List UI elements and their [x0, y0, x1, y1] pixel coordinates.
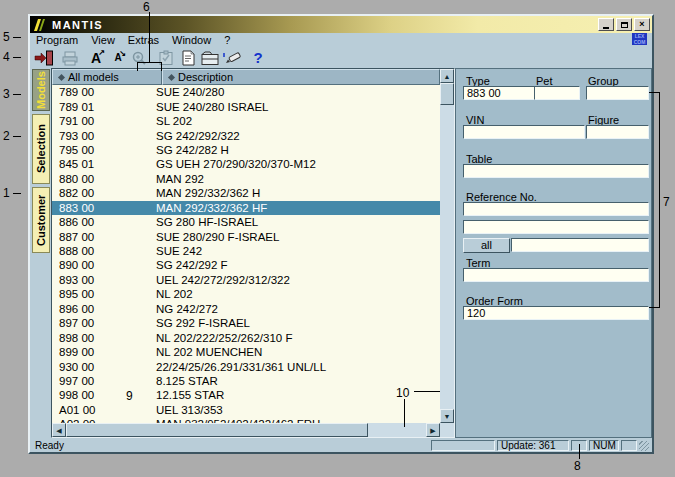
maximize-button[interactable]: [616, 18, 632, 31]
vertical-scrollbar[interactable]: ▲ ▼: [440, 69, 454, 423]
table-row[interactable]: 880 00MAN 292: [52, 172, 440, 186]
all-field[interactable]: [511, 238, 649, 252]
table-row[interactable]: A01 00UEL 313/353: [52, 403, 440, 417]
reference-no-field-2[interactable]: [463, 220, 649, 234]
table-field[interactable]: [463, 164, 649, 178]
model-cell: 930 00: [52, 361, 156, 373]
table-row[interactable]: 883 00MAN 292/332/362 HF: [52, 201, 440, 215]
horizontal-scroll-track[interactable]: [368, 423, 426, 437]
horizontal-scroll-thumb[interactable]: [66, 423, 368, 437]
menu-item-help[interactable]: ?: [224, 34, 230, 46]
minimize-button[interactable]: [598, 18, 614, 31]
scrollbar-corner: [440, 423, 454, 437]
callout-line: [137, 62, 138, 71]
model-cell: 997 00: [52, 375, 156, 387]
column-header-description[interactable]: Description: [162, 69, 440, 85]
description-cell: SG 292 F-ISRAEL: [156, 317, 440, 329]
vin-field[interactable]: [463, 125, 585, 139]
description-cell: SUE 240/280 ISRAEL: [156, 101, 440, 113]
menu-bar: ProgramViewExtrasWindow? LEX COM: [30, 33, 652, 47]
tab-customer[interactable]: Customer: [32, 187, 50, 253]
menu-item-program[interactable]: Program: [36, 34, 78, 46]
table-row[interactable]: 886 00SG 280 HF-ISRAEL: [52, 215, 440, 229]
menu-item-view[interactable]: View: [91, 34, 115, 46]
description-cell: SG 242/282 H: [156, 144, 440, 156]
model-cell: 897 00: [52, 317, 156, 329]
group-field[interactable]: [586, 86, 649, 100]
all-button[interactable]: all: [463, 238, 510, 253]
table-row[interactable]: 888 00SUE 242: [52, 244, 440, 258]
print-button[interactable]: [59, 48, 81, 67]
pen-button[interactable]: [221, 48, 243, 67]
table-row[interactable]: 998 0012.155 STAR: [52, 388, 440, 402]
horizontal-scrollbar[interactable]: ◀ ▶: [52, 423, 440, 437]
model-cell: A01 00: [52, 404, 156, 416]
callout-3: 3: [3, 87, 10, 101]
description-cell: GS UEH 270/290/320/370-M12: [156, 158, 440, 170]
type-field[interactable]: [463, 86, 535, 100]
close-button[interactable]: ×: [634, 18, 650, 31]
table-row[interactable]: 882 00MAN 292/332/362 H: [52, 186, 440, 200]
main-content: Models Selection Customer All models Des…: [30, 68, 652, 438]
figure-field[interactable]: [586, 125, 649, 139]
description-cell: SG 280 HF-ISRAEL: [156, 216, 440, 228]
table-row[interactable]: 997 008.125 STAR: [52, 374, 440, 388]
table-row[interactable]: 789 01SUE 240/280 ISRAEL: [52, 99, 440, 113]
table-row[interactable]: 845 01GS UEH 270/290/320/370-M12: [52, 157, 440, 171]
model-cell: 899 00: [52, 346, 156, 358]
arrow-up-right-icon: ↗: [98, 49, 105, 57]
vertical-scroll-thumb[interactable]: [440, 83, 454, 105]
table-row[interactable]: 887 00SUE 280/290 F-ISRAEL: [52, 229, 440, 243]
status-num-cell: NUM: [589, 440, 619, 451]
minimize-icon: [603, 27, 609, 29]
table-row[interactable]: 895 00NL 202: [52, 287, 440, 301]
table-row[interactable]: 791 00SL 202: [52, 114, 440, 128]
clipboard-button[interactable]: [155, 48, 177, 67]
description-cell: UEL 313/353: [156, 404, 440, 416]
document-icon: [178, 50, 198, 66]
table-row[interactable]: 898 00NL 202/222/252/262/310 F: [52, 330, 440, 344]
callout-line: [414, 391, 440, 392]
table-row[interactable]: 793 00SG 242/292/322: [52, 128, 440, 142]
table-row[interactable]: 893 00UEL 242/272/292/312/322: [52, 273, 440, 287]
exit-button[interactable]: [33, 48, 55, 67]
table-row[interactable]: 897 00SG 292 F-ISRAEL: [52, 316, 440, 330]
tab-models[interactable]: Models: [32, 69, 50, 111]
pet-field[interactable]: [534, 86, 580, 100]
table-row[interactable]: 789 00SUE 240/280: [52, 85, 440, 99]
table-row[interactable]: 899 00NL 202 MUENCHEN: [52, 345, 440, 359]
font-increase-button[interactable]: A ↗: [85, 48, 107, 67]
description-cell: NL 202 MUENCHEN: [156, 346, 440, 358]
close-icon: ×: [639, 20, 644, 29]
font-decrease-button[interactable]: A ↘: [107, 48, 129, 67]
table-row[interactable]: 890 00SG 242/292 F: [52, 258, 440, 272]
title-bar: MANTIS ×: [30, 16, 652, 33]
document-button[interactable]: [177, 48, 199, 67]
callout-7: 7: [663, 195, 670, 209]
scroll-left-button[interactable]: ◀: [52, 423, 66, 437]
order-form-field[interactable]: [463, 306, 649, 320]
help-icon: ?: [253, 50, 262, 65]
menu-item-extras[interactable]: Extras: [128, 34, 159, 46]
resize-grip[interactable]: [639, 441, 649, 451]
column-header-all-models[interactable]: All models: [52, 69, 162, 85]
zoom-button[interactable]: [129, 48, 151, 67]
model-cell: 895 00: [52, 288, 156, 300]
term-field[interactable]: [463, 268, 649, 282]
scroll-up-button[interactable]: ▲: [440, 69, 454, 83]
tab-selection[interactable]: Selection: [32, 114, 50, 184]
table-row[interactable]: 795 00SG 242/282 H: [52, 143, 440, 157]
description-cell: MAN 292/332/362 HF: [156, 202, 440, 214]
tab-selection-label: Selection: [35, 125, 47, 174]
help-button[interactable]: ?: [247, 48, 269, 67]
table-row[interactable]: 896 00NG 242/272: [52, 302, 440, 316]
scroll-down-button[interactable]: ▼: [440, 409, 454, 423]
callout-line: [649, 92, 659, 93]
reference-no-field[interactable]: [463, 202, 649, 216]
scroll-right-button[interactable]: ▶: [426, 423, 440, 437]
model-cell: 883 00: [52, 202, 156, 214]
menu-item-window[interactable]: Window: [172, 34, 211, 46]
column-header-description-label: Description: [178, 71, 233, 83]
card-index-button[interactable]: [199, 48, 221, 67]
table-row[interactable]: 930 0022/24/25/26.291/331/361 UNL/LL: [52, 359, 440, 373]
